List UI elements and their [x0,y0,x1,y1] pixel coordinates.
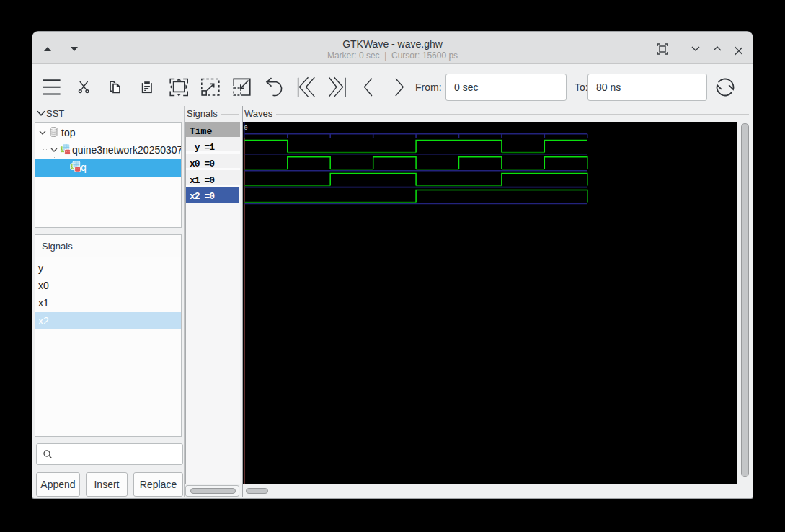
svg-text:0: 0 [244,125,248,132]
